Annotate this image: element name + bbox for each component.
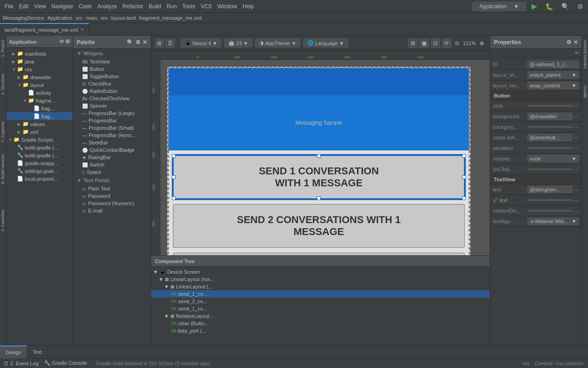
gradle-console-btn[interactable]: 🔧 Gradle Console — [44, 360, 87, 366]
properties-config-icon[interactable]: ⚙ — [566, 39, 571, 46]
handle-tm[interactable] — [317, 154, 321, 158]
api-dropdown[interactable]: 🤖 23 ▼ — [224, 39, 252, 47]
device-dropdown[interactable]: 📱 Nexus 4 ▼ — [181, 39, 221, 47]
prop-backgrou-value[interactable] — [527, 126, 572, 128]
palette-item-textview[interactable]: Ab TextView — [73, 58, 151, 65]
palette-item-progressbar-small[interactable]: — ProgressBar (Small) — [73, 124, 151, 132]
palette-item-password[interactable]: ▭ Password — [73, 192, 151, 200]
palette-close-icon[interactable]: ✕ — [142, 39, 147, 46]
palette-item-seekbar[interactable]: — SeekBar — [73, 139, 151, 146]
handle-mr[interactable] — [462, 175, 466, 179]
prop-layout-height-value[interactable]: wrap_content ▼ — [527, 82, 579, 89]
palette-item-space[interactable]: □ Space — [73, 168, 151, 176]
path-messaging-service[interactable]: MessagingService — [3, 15, 44, 21]
debug-button[interactable]: 🐛 — [543, 3, 556, 10]
prop-id-value[interactable]: @+id/send_1_c... — [527, 61, 579, 68]
tree-item-drawable[interactable]: ▶ 📁 drawable — [6, 73, 73, 81]
palette-item-radiobutton[interactable]: ⚪ RadioButton — [73, 87, 151, 95]
menu-tools[interactable]: Tools — [180, 3, 198, 10]
prop-text2-dots[interactable]: ··· — [573, 196, 579, 204]
vtab-favorites[interactable]: 2: Favorites — [0, 206, 6, 235]
tree-item-activity[interactable]: 📄 activity — [6, 89, 73, 97]
menu-help[interactable]: Help — [240, 3, 257, 10]
palette-item-switch[interactable]: ⬜ Switch — [73, 161, 151, 168]
prop-elevation-dots[interactable]: ··· — [573, 144, 579, 152]
tree-item-layout[interactable]: ▼ 📁 layout — [6, 81, 73, 89]
handle-tl[interactable] — [172, 154, 175, 158]
search-everywhere-icon[interactable]: 🔍 — [559, 3, 572, 10]
tab-design[interactable]: Design — [0, 345, 27, 358]
language-dropdown[interactable]: 🌐 Language ▼ — [303, 39, 348, 47]
tree-item-manifests[interactable]: ▶ 📁 manifests — [6, 50, 73, 58]
palette-category-widgets[interactable]: ▼ Widgets — [73, 49, 151, 58]
handle-bm[interactable] — [317, 196, 321, 200]
prop-background-dots[interactable]: ··· — [573, 113, 579, 120]
palette-item-progressbar-large[interactable]: — ProgressBar (Large) — [73, 109, 151, 117]
prop-onclick-dots[interactable]: ··· — [573, 166, 579, 173]
palette-item-quickcontact[interactable]: ⚪ QuickContactBadge — [73, 146, 151, 154]
tree-item-build2[interactable]: 🔧 build.gradle (... — [6, 151, 73, 159]
palette-config-icon[interactable]: ⚙ — [136, 39, 141, 46]
sync-icon[interactable]: ⟳ — [60, 39, 64, 45]
ct-item-dataport[interactable]: Ab data_port (... — [151, 327, 490, 334]
menu-run[interactable]: Run — [164, 3, 180, 10]
path-res[interactable]: res — [101, 15, 107, 21]
tree-item-gradle-scripts[interactable]: ▼ 📁 Gradle Scripts — [6, 136, 73, 144]
palette-item-progressbar[interactable]: — ProgressBar — [73, 117, 151, 124]
handle-ml[interactable] — [172, 175, 175, 179]
vtab-project[interactable]: 1: Project — [0, 36, 6, 61]
palette-item-button[interactable]: ⬜ Button — [73, 65, 151, 73]
prop-text-dots[interactable]: ··· — [573, 186, 579, 193]
blueprint-toggle-icon[interactable]: ▣ — [419, 39, 429, 48]
prop-text-value[interactable]: @string/sen... — [527, 186, 572, 193]
tab-close-icon[interactable]: ✕ — [80, 27, 84, 32]
layout-toggle-icon[interactable]: ⊞ — [408, 39, 418, 48]
prop-background-value[interactable]: @drawable/ — [527, 113, 572, 120]
vtab-gradle[interactable]: Gradle — [582, 82, 588, 102]
expand-icon[interactable]: ⇤ — [575, 50, 580, 56]
gear-icon[interactable]: ⚙ — [65, 39, 70, 45]
path-src[interactable]: src — [76, 15, 83, 21]
palette-item-plaintext[interactable]: ▭ Plain Text — [73, 185, 151, 192]
canvas-button-1[interactable]: SEND 1 CONVERSATIONWITH 1 MESSAGE — [173, 155, 465, 199]
event-log-btn[interactable]: 🗒 2: Event Log — [4, 361, 39, 366]
vtab-structure[interactable]: 2: Structure — [0, 70, 6, 99]
menu-navigate[interactable]: Navigate — [49, 3, 76, 10]
run-button[interactable]: ▶ — [529, 2, 540, 11]
toggle-list-icon[interactable]: ☰ — [165, 39, 175, 48]
tree-item-values[interactable]: ▶ 📁 values — [6, 120, 73, 128]
ct-item-send1[interactable]: OK send_1_co... — [151, 290, 490, 298]
tab-text[interactable]: Text — [27, 345, 48, 358]
tab-fragment-xml[interactable]: land/fragment_message_me.xml ✕ — [0, 23, 89, 36]
prop-backgrou-dots[interactable]: ··· — [573, 123, 579, 131]
ct-item-relativelayout[interactable]: ▼ ▦ RelativeLayout... — [151, 312, 490, 320]
handle-bl[interactable] — [172, 196, 175, 200]
vtab-build-variants[interactable]: 8: Build Variants — [0, 150, 6, 188]
menu-view[interactable]: View — [31, 3, 49, 10]
ct-item-send1b[interactable]: OK send_1_co... — [151, 305, 490, 312]
handle-br[interactable] — [462, 196, 466, 200]
vtab-android-monitor[interactable]: Android Monitor — [582, 36, 588, 73]
canvas-button-2[interactable]: SEND 2 CONVERSATIONS WITH 1MESSAGE — [173, 204, 465, 248]
palette-item-togglebutton[interactable]: ⬜ ToggleButton — [73, 73, 151, 80]
prop-contentde-value[interactable] — [527, 210, 572, 212]
tree-item-settings[interactable]: 🔧 settings.grad... — [6, 167, 73, 175]
zoom-fit-icon[interactable]: ⊕ — [478, 39, 486, 47]
tree-item-build1[interactable]: 🔧 build.gradle (... — [6, 144, 73, 151]
prop-visibility-value[interactable]: none ▼ — [527, 155, 579, 162]
menu-refactor[interactable]: Refactor — [120, 3, 146, 10]
tree-item-gradle-wrapper[interactable]: 📄 gradle-wrapp... — [6, 159, 73, 167]
prop-onclick-value[interactable] — [527, 168, 572, 170]
menu-edit[interactable]: Edit — [16, 3, 31, 10]
both-toggle-icon[interactable]: ⊡ — [431, 39, 440, 48]
ct-item-clear[interactable]: OK clear (Butto... — [151, 320, 490, 327]
tree-item-xml[interactable]: ▶ 📁 xml — [6, 128, 73, 136]
tree-item-local-properties[interactable]: 📄 local.properti... — [6, 175, 73, 183]
prop-elevation-value[interactable] — [527, 147, 572, 149]
orientation-icon[interactable]: ⟳ — [442, 39, 451, 48]
palette-item-spinner[interactable]: ⬜ Spinner — [73, 102, 151, 109]
menu-file[interactable]: File — [2, 3, 16, 10]
vtab-captures[interactable]: 7: Captures — [0, 117, 6, 146]
tree-item-java[interactable]: ▶ 📁 java — [6, 58, 73, 65]
menu-analyze[interactable]: Analyze — [95, 3, 120, 10]
